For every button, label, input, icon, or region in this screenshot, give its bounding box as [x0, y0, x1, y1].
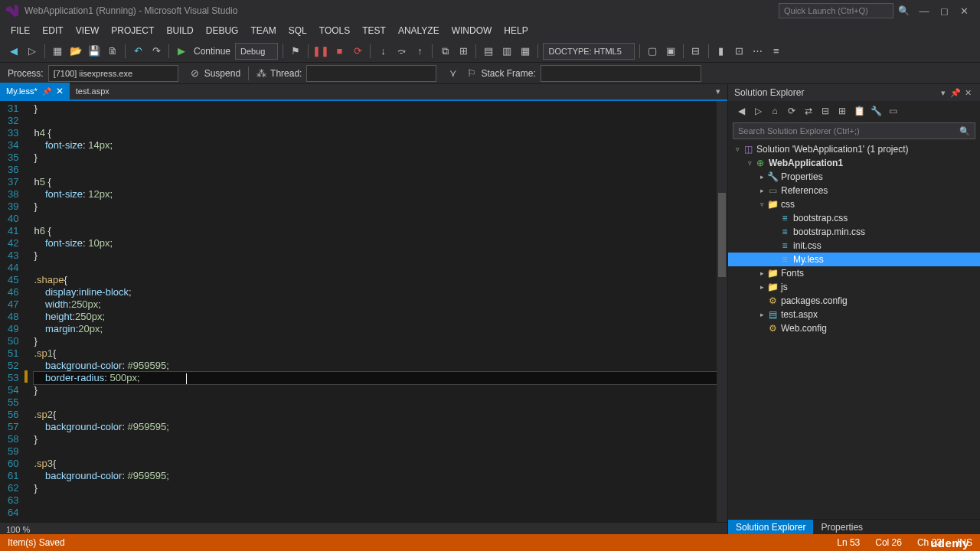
tool-icon-l[interactable]: ≡	[768, 43, 785, 60]
code-line[interactable]	[34, 115, 717, 127]
menu-tools[interactable]: TOOLS	[313, 23, 356, 38]
home-icon[interactable]: ⌂	[766, 103, 783, 119]
expand-icon[interactable]: ▸	[757, 269, 766, 277]
menu-edit[interactable]: EDIT	[36, 23, 69, 38]
code-line[interactable]: .sp2{	[34, 409, 717, 421]
filter-icon[interactable]: ⋎	[445, 65, 462, 82]
config-dropdown[interactable]: Debug	[235, 43, 278, 60]
collapse-icon[interactable]: ⊟	[817, 103, 834, 119]
code-line[interactable]: background-color: #959595;	[34, 470, 717, 482]
tree-item[interactable]: ▸▭References	[728, 184, 980, 197]
properties-icon[interactable]: 📋	[851, 103, 867, 119]
tool-icon-e[interactable]: ▦	[517, 43, 534, 60]
tree-item[interactable]: ⚙Web.config	[728, 321, 980, 335]
tool-icon-a[interactable]: ⧉	[436, 43, 453, 60]
code-line[interactable]	[34, 262, 717, 274]
new-project-icon[interactable]: ▦	[49, 43, 66, 60]
solution-tree[interactable]: ▿◫Solution 'WebApplication1' (1 project)…	[728, 141, 980, 519]
code-line[interactable]: background-color: #959595;	[34, 360, 717, 372]
code-line[interactable]: }	[34, 482, 717, 494]
code-line[interactable]: }	[34, 433, 717, 445]
code-content[interactable]: }h4 { font-size: 14px;}h5 { font-size: 1…	[28, 101, 717, 522]
nav-fwd-icon[interactable]: ▷	[24, 43, 41, 60]
code-line[interactable]: }	[34, 201, 717, 213]
tree-item[interactable]: ▿📁css	[728, 197, 980, 211]
expand-icon[interactable]: ▿	[757, 201, 766, 208]
search-glass-icon[interactable]: 🔍	[959, 126, 970, 136]
tab-solution-explorer[interactable]: Solution Explorer	[728, 520, 813, 536]
tree-item[interactable]: ▸🔧Properties	[728, 170, 980, 184]
close-tab-icon[interactable]: ✕	[56, 86, 64, 96]
save-all-icon[interactable]: 🗎	[104, 43, 121, 60]
process-dropdown[interactable]: [7100] iisexpress.exe	[48, 65, 178, 82]
minimize-button[interactable]: —	[914, 5, 934, 17]
code-line[interactable]	[34, 213, 717, 225]
tree-item[interactable]: ≡bootstrap.css	[728, 211, 980, 225]
menu-analyze[interactable]: ANALYZE	[392, 23, 446, 38]
tool-icon-i[interactable]: ▮	[713, 43, 730, 60]
tree-item[interactable]: ▿⊕WebApplication1	[728, 156, 980, 170]
thread-icon[interactable]: ⁂	[253, 65, 270, 82]
pause-icon[interactable]: ❚❚	[312, 43, 329, 60]
step-into-icon[interactable]: ↓	[374, 43, 391, 60]
suspend-icon[interactable]: ⊘	[187, 65, 204, 82]
tree-item[interactable]: ⚙packages.config	[728, 294, 980, 308]
refresh-icon[interactable]: ⟳	[783, 103, 800, 119]
code-line[interactable]: h6 {	[34, 225, 717, 237]
tab-testaspx[interactable]: test.aspx	[70, 83, 116, 99]
expand-icon[interactable]: ▿	[745, 159, 754, 167]
tab-myless[interactable]: My.less*📌✕	[0, 83, 70, 99]
solution-search-input[interactable]: Search Solution Explorer (Ctrl+;) 🔍	[733, 122, 975, 139]
stack-frame-dropdown[interactable]	[541, 65, 701, 82]
vertical-scrollbar[interactable]	[717, 101, 727, 522]
tree-item[interactable]: ≡My.less	[728, 253, 980, 266]
code-line[interactable]: }	[34, 103, 717, 115]
code-line[interactable]: border-radius: 500px;	[34, 372, 717, 384]
tool-icon-g[interactable]: ▣	[662, 43, 679, 60]
zoom-level[interactable]: 100 %	[6, 525, 30, 534]
tab-properties[interactable]: Properties	[813, 520, 871, 536]
tree-item[interactable]: ≡init.css	[728, 239, 980, 253]
code-line[interactable]: font-size: 14px;	[34, 139, 717, 152]
tree-item[interactable]: ▿◫Solution 'WebApplication1' (1 project)	[728, 142, 980, 156]
doctype-dropdown[interactable]: DOCTYPE: HTML5	[543, 43, 634, 60]
pin-icon[interactable]: 📌	[42, 87, 51, 96]
code-line[interactable]: margin:20px;	[34, 323, 717, 335]
code-line[interactable]: font-size: 12px;	[34, 188, 717, 201]
menu-build[interactable]: BUILD	[160, 23, 199, 38]
code-line[interactable]	[34, 494, 717, 507]
open-file-icon[interactable]: 📂	[67, 43, 84, 60]
tool-icon-b[interactable]: ⊞	[455, 43, 472, 60]
tree-item[interactable]: ▸📁js	[728, 280, 980, 294]
close-button[interactable]: ✕	[954, 5, 974, 17]
suspend-label[interactable]: Suspend	[204, 68, 240, 79]
show-all-icon[interactable]: ⊞	[834, 103, 851, 119]
code-line[interactable]: display:inline-block;	[34, 286, 717, 298]
stop-icon[interactable]: ■	[331, 43, 348, 60]
continue-icon[interactable]: ▶	[173, 43, 190, 60]
maximize-button[interactable]: ◻	[934, 5, 954, 17]
code-line[interactable]: font-size: 10px;	[34, 237, 717, 249]
fwd-icon[interactable]: ▷	[750, 103, 766, 119]
step-out-icon[interactable]: ↑	[411, 43, 428, 60]
code-line[interactable]: .sp3{	[34, 458, 717, 470]
menu-team[interactable]: TEAM	[244, 23, 282, 38]
nav-back-icon[interactable]: ◀	[5, 43, 22, 60]
tab-overflow-icon[interactable]: ▾	[710, 83, 727, 99]
restart-icon[interactable]: ⟳	[349, 43, 366, 60]
code-line[interactable]: .shape{	[34, 274, 717, 286]
expand-icon[interactable]: ▸	[757, 283, 766, 291]
tool-icon-f[interactable]: ▢	[644, 43, 661, 60]
tool-icon-d[interactable]: ▥	[498, 43, 515, 60]
menu-help[interactable]: HELP	[498, 23, 534, 38]
expand-icon[interactable]: ▸	[757, 187, 766, 194]
expand-icon[interactable]: ▸	[757, 173, 766, 181]
code-line[interactable]	[34, 164, 717, 176]
code-line[interactable]: }	[34, 335, 717, 347]
menu-test[interactable]: TEST	[356, 23, 392, 38]
tree-item[interactable]: ▸📁Fonts	[728, 266, 980, 280]
search-icon[interactable]: 🔍	[898, 5, 910, 16]
sync-icon[interactable]: ⇄	[800, 103, 817, 119]
panel-pin-icon[interactable]: 📌	[949, 88, 962, 98]
back-icon[interactable]: ◀	[733, 103, 750, 119]
